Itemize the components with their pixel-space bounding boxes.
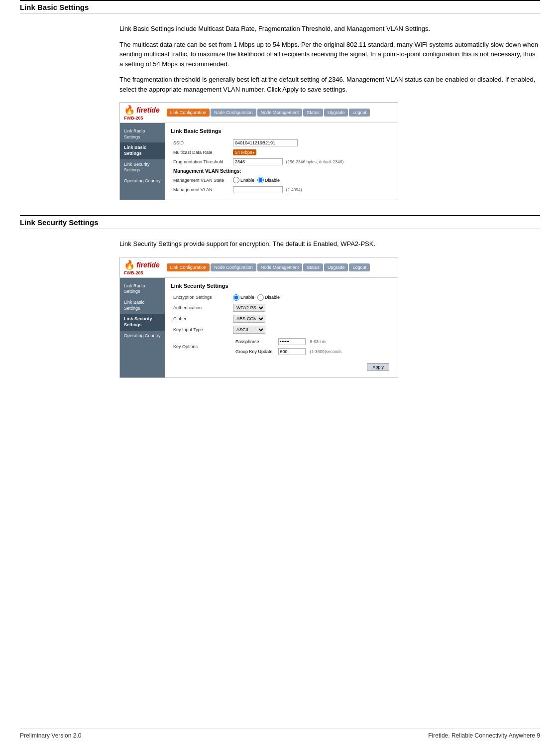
ssid-input[interactable] <box>233 139 298 146</box>
multicast-row: Multicast Data Rate 54 Mbps <box>171 148 392 157</box>
mgmt-vlan-label: Management VLAN <box>171 185 230 195</box>
nav-tab-node-mgmt[interactable]: Node Management <box>257 109 303 117</box>
link-security-section: Link Security Settings Link Security Set… <box>20 215 540 378</box>
screenshot1-form-table: SSID Multicast Data Rate 54 Mbps <box>171 138 392 195</box>
screenshot2-main: Link Security Settings Encryption Settin… <box>165 278 398 377</box>
frag-input[interactable] <box>233 158 283 165</box>
nav2-tab-status[interactable]: Status <box>303 263 323 271</box>
mgmt-disable-radio[interactable] <box>257 177 264 183</box>
link-basic-header: Link Basic Settings <box>20 0 540 14</box>
frag-value-cell: (256-2346 bytes, default 2346) <box>230 157 392 167</box>
link-basic-para1: Link Basic Settings include Multicast Da… <box>119 24 540 34</box>
encryption-row: Encryption Settings Enable <box>171 293 392 302</box>
mgmt-enable-radio[interactable] <box>233 177 239 183</box>
screenshot1-main: Link Basic Settings SSID Multicast Data … <box>165 123 398 200</box>
multicast-label: Multicast Data Rate <box>171 148 230 157</box>
key-input-select[interactable]: ASCII <box>233 326 265 334</box>
logo-text-2: firetide <box>136 261 160 269</box>
nav-tab-link-config[interactable]: Link Configuration <box>167 109 210 117</box>
passphrase-inner-row: Passphrase 8-63chrs <box>233 337 344 347</box>
passphrase-input-cell <box>276 337 308 347</box>
nav-tab-status[interactable]: Status <box>303 109 323 117</box>
apply-button[interactable]: Apply <box>367 363 389 371</box>
nav-tab-node-config[interactable]: Node Configuration <box>211 109 256 117</box>
link-security-title: Link Security Settings <box>20 218 99 227</box>
screenshot2-form-table: Encryption Settings Enable <box>171 293 392 373</box>
nav2-tab-link-config[interactable]: Link Configuration <box>167 263 210 271</box>
cipher-row: Cipher AES-CCM <box>171 313 392 324</box>
frag-label: Fragmentation Threshold <box>171 157 230 167</box>
encryption-disable-text: Disable <box>265 295 280 300</box>
mgmt-vlan-header: Management VLAN Settings: <box>171 167 392 175</box>
mgmt-disable-text: Disable <box>265 178 280 183</box>
encryption-enable-radio[interactable] <box>233 294 239 301</box>
mgmt-vlan-cell: (2-4094) <box>230 185 392 195</box>
cipher-cell: AES-CCM <box>230 313 392 324</box>
cipher-select[interactable]: AES-CCM <box>233 315 265 323</box>
encryption-enable-label[interactable]: Enable <box>233 294 254 301</box>
mgmt-disable-label[interactable]: Disable <box>257 177 280 183</box>
multicast-select[interactable]: 54 Mbps <box>233 149 256 155</box>
ssid-row: SSID <box>171 138 392 148</box>
link-basic-content: Link Basic Settings include Multicast Da… <box>119 24 540 200</box>
screenshot2-navbar: 🔥 firetide FWB-205 Link Configuration No… <box>120 257 398 278</box>
key-input-label: Key Input Type <box>171 324 230 335</box>
passphrase-input[interactable] <box>278 338 306 345</box>
link-security-content: Link Security Settings provide support f… <box>119 239 540 378</box>
model-text: FWB-205 <box>124 116 143 121</box>
sidebar2-item-country[interactable]: Operating Country <box>120 331 165 342</box>
group-key-row: Group Key Update (1-3600)seconds <box>233 347 344 357</box>
ssid-label: SSID <box>171 138 230 148</box>
auth-cell: WPA2-PSK <box>230 302 392 313</box>
auth-row: Authentication WPA2-PSK <box>171 302 392 313</box>
encryption-disable-radio[interactable] <box>257 294 264 301</box>
group-key-input[interactable] <box>278 348 306 355</box>
nav2-tab-upgrade[interactable]: Upgrade <box>324 263 348 271</box>
link-security-header: Link Security Settings <box>20 215 540 229</box>
key-input-cell: ASCII <box>230 324 392 335</box>
nav2-tab-node-mgmt[interactable]: Node Management <box>257 263 303 271</box>
sidebar2-item-basic[interactable]: Link Basic Settings <box>120 297 165 314</box>
mgmt-vlan-input[interactable] <box>233 186 283 193</box>
page-footer: Preliminary Version 2.0 Firetide. Reliab… <box>20 729 540 739</box>
nav2-tab-logout[interactable]: Logout <box>349 263 370 271</box>
screenshot1-form-title: Link Basic Settings <box>171 128 392 134</box>
sidebar-item-radio[interactable]: Link Radio Settings <box>120 126 165 142</box>
screenshot1-nav-tabs: Link Configuration Node Configuration No… <box>167 109 370 117</box>
screenshot1-sidebar: Link Radio Settings Link Basic Settings … <box>120 123 165 200</box>
screenshot1-body: Link Radio Settings Link Basic Settings … <box>120 123 398 200</box>
multicast-value-cell: 54 Mbps <box>230 148 392 157</box>
link-basic-para2: The multicast data rate can be set from … <box>119 40 540 69</box>
sidebar-item-security[interactable]: Link Security Settings <box>120 159 165 176</box>
encryption-disable-label[interactable]: Disable <box>257 294 280 301</box>
mgmt-enable-text: Enable <box>240 178 254 183</box>
screenshot2-sidebar: Link Radio Settings Link Basic Settings … <box>120 278 165 377</box>
sidebar2-item-radio[interactable]: Link Radio Settings <box>120 281 165 297</box>
encryption-enable-text: Enable <box>240 295 254 300</box>
sidebar-item-country[interactable]: Operating Country <box>120 176 165 187</box>
passphrase-hint: 8-63chrs <box>308 337 344 347</box>
sidebar-item-basic[interactable]: Link Basic Settings <box>120 142 165 159</box>
sidebar2-item-security[interactable]: Link Security Settings <box>120 314 165 330</box>
footer-left: Preliminary Version 2.0 <box>20 732 81 739</box>
encryption-cell: Enable Disable <box>230 293 392 302</box>
mgmt-enable-label[interactable]: Enable <box>233 177 254 183</box>
screenshot1-container: 🔥 firetide FWB-205 Link Configuration No… <box>119 102 398 200</box>
model-text-2: FWB-205 <box>124 270 143 275</box>
screenshot2-container: 🔥 firetide FWB-205 Link Configuration No… <box>119 257 398 378</box>
multicast-value: 54 Mbps <box>235 150 252 155</box>
flame-icon: 🔥 <box>124 105 135 116</box>
nav2-tab-node-config[interactable]: Node Configuration <box>211 263 256 271</box>
passphrase-sublabel: Passphrase <box>233 337 276 347</box>
screenshot2-form-title: Link Security Settings <box>171 283 392 289</box>
auth-select[interactable]: WPA2-PSK <box>233 304 265 312</box>
key-input-row: Key Input Type ASCII <box>171 324 392 335</box>
mgmt-state-cell: Enable Disable <box>230 175 392 185</box>
mgmt-vlan-hint: (2-4094) <box>286 187 302 192</box>
group-key-hint: (1-3600)seconds <box>308 347 344 357</box>
link-security-para1: Link Security Settings provide support f… <box>119 239 540 249</box>
nav-tab-upgrade[interactable]: Upgrade <box>324 109 348 117</box>
logo-text: firetide <box>136 106 160 114</box>
screenshot1-logo: 🔥 firetide FWB-205 <box>124 105 160 121</box>
nav-tab-logout[interactable]: Logout <box>349 109 370 117</box>
